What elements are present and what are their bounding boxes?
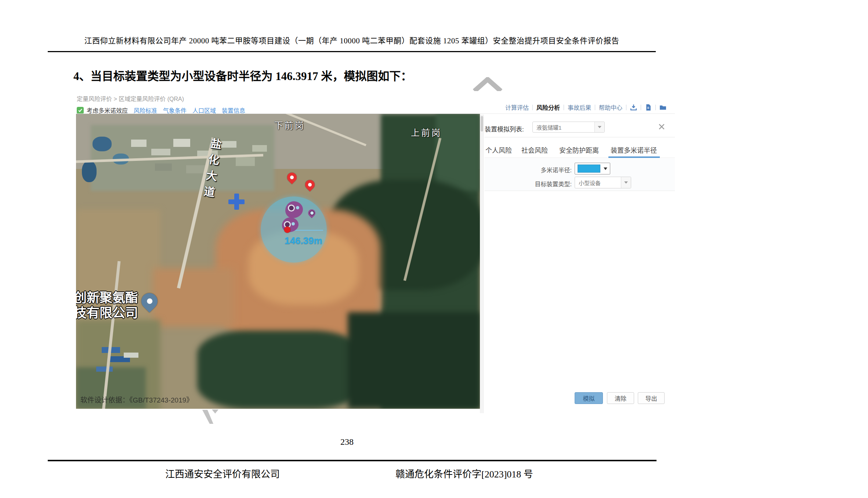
radius-color-swatch — [578, 165, 600, 173]
panel-divider — [485, 137, 675, 137]
top-nav: 计算评估 风险分析 事故后果 帮助中心 — [505, 103, 666, 112]
panel-title: 装置模拟列表: — [485, 124, 524, 133]
town-label-top: 下前岗 — [274, 118, 305, 131]
clear-button[interactable]: 清除 — [607, 392, 634, 404]
breadcrumb: 定量风险评价 > 区域定量风险评价 (QRA) — [77, 94, 184, 103]
page-number: 238 — [323, 437, 371, 447]
file-icon[interactable] — [645, 104, 652, 111]
watermark-v — [199, 408, 221, 425]
company-label: 创新聚氨酯 技有限公司 — [76, 290, 138, 321]
panel-splitter[interactable] — [480, 115, 484, 413]
footer-rule — [48, 460, 657, 461]
red-pin-marker[interactable] — [303, 178, 317, 192]
nav-calc-evaluation[interactable]: 计算评估 — [505, 103, 529, 112]
download-icon[interactable] — [630, 104, 637, 111]
report-page: 江西仰立新材料有限公司年产 20000 吨苯二甲胺等项目建设（一期（年产 100… — [0, 0, 868, 498]
map-attribution: 软件设计依据：《GB/T37243-2019》 — [80, 394, 193, 404]
tab-domino-radius[interactable]: 装置多米诺半径 — [611, 145, 657, 155]
body-text-line: 4、当目标装置类型为小型设备时半径为 146.3917 米，模拟图如下： — [73, 67, 412, 83]
tab-personal-risk[interactable]: 个人风险 — [485, 145, 512, 155]
simulate-button[interactable]: 模拟 — [575, 392, 603, 404]
watermark-caret — [473, 77, 502, 92]
footer-company: 江西通安安全评价有限公司 — [165, 466, 280, 480]
nav-help-center[interactable]: 帮助中心 — [599, 103, 622, 112]
domino-radius-label: 多米诺半径: — [517, 165, 572, 174]
scrollbar-thumb[interactable] — [481, 116, 483, 131]
chevron-down-icon — [604, 167, 607, 170]
close-icon[interactable] — [658, 123, 666, 131]
active-tab-indicator — [608, 156, 660, 158]
document-header-title: 江西仰立新材料有限公司年产 20000 吨苯二甲胺等项目建设（一期（年产 100… — [48, 35, 656, 46]
target-type-label: 目标装置类型: — [517, 179, 572, 188]
device-simulation-panel: 装置模拟列表: 液氨储罐1 个人风险 社会风险 安全防护距离 装置多米诺半径 多… — [485, 115, 675, 413]
check-icon — [78, 108, 83, 113]
target-type-select[interactable]: 小型设备 — [575, 177, 631, 188]
radius-color-select[interactable] — [575, 163, 610, 174]
radius-distance-label: 146.39m — [285, 235, 332, 246]
tab-social-risk[interactable]: 社会风险 — [521, 145, 548, 155]
red-pin-marker[interactable] — [285, 171, 299, 184]
device-select[interactable]: 液氨储罐1 — [532, 122, 605, 133]
town-label-right: 上前岗 — [411, 126, 442, 138]
map-canvas[interactable]: 地图比例设置 测距 更换地图 下前岗 上 — [76, 114, 480, 409]
nav-risk-analysis[interactable]: 风险分析 — [536, 103, 560, 112]
radius-measure-line — [291, 230, 323, 231]
nav-accident-consequence[interactable]: 事故后果 — [568, 103, 591, 112]
blue-cross-marker[interactable] — [228, 194, 245, 210]
folder-icon[interactable] — [659, 104, 666, 111]
target-type-select-arrow[interactable] — [621, 177, 631, 188]
target-center-point[interactable] — [284, 227, 290, 233]
qra-app-window: 定量风险评价 > 区域定量风险评价 (QRA) 考虑多米诺效应 风险标准 气象条… — [76, 91, 675, 413]
export-button[interactable]: 导出 — [638, 392, 665, 404]
footer-certificate: 赣通危化条件评价字[2023]018 号 — [395, 466, 533, 480]
domino-effect-checkbox[interactable] — [77, 107, 84, 114]
tab-safety-distance[interactable]: 安全防护距离 — [559, 145, 599, 155]
header-rule — [48, 51, 656, 52]
device-select-arrow[interactable] — [594, 122, 604, 132]
